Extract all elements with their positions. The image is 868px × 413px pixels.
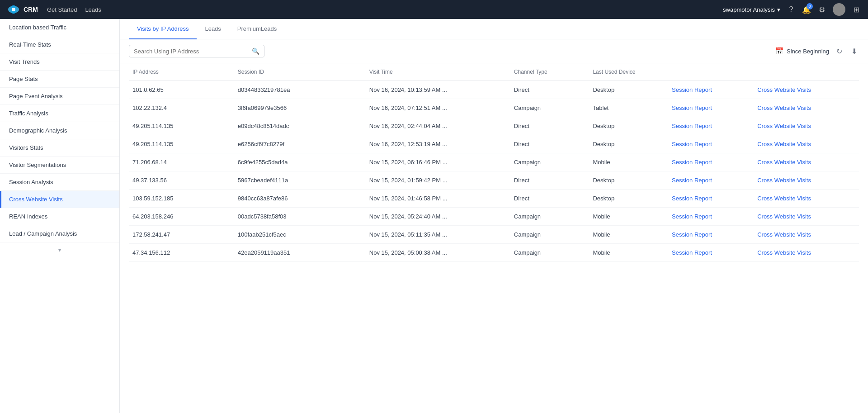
session-report-link[interactable]: Session Report: [672, 231, 712, 238]
sidebar-item-demographic-analysis[interactable]: Demographic Analysis: [0, 122, 119, 139]
session-report-link[interactable]: Session Report: [672, 104, 712, 111]
cell-device: Mobile: [589, 244, 668, 262]
nav-leads[interactable]: Leads: [85, 6, 101, 13]
cell-device: Desktop: [589, 135, 668, 153]
cell-cross-link[interactable]: Cross Website Visits: [754, 208, 859, 226]
cell-session-link[interactable]: Session Report: [668, 226, 754, 244]
refresh-button[interactable]: ↻: [835, 45, 844, 57]
cell-ip: 101.0.62.65: [129, 81, 234, 99]
help-icon[interactable]: ?: [787, 5, 796, 14]
sidebar-item-lead-campaign-analysis[interactable]: Lead / Campaign Analysis: [0, 225, 119, 242]
cell-cross-link[interactable]: Cross Website Visits: [754, 81, 859, 99]
cell-session: 3f6fa069979e3566: [234, 99, 366, 117]
sidebar-item-cross-website-visits[interactable]: Cross Website Visits: [0, 191, 119, 208]
cell-ip: 49.37.133.56: [129, 171, 234, 190]
cross-website-visits-link[interactable]: Cross Website Visits: [757, 86, 811, 93]
sidebar-item-page-stats[interactable]: Page Stats: [0, 71, 119, 88]
chevron-down-icon: ▾: [777, 6, 780, 13]
cell-session: 42ea2059119aa351: [234, 244, 366, 262]
cross-website-visits-link[interactable]: Cross Website Visits: [757, 159, 811, 166]
cell-visit-time: Nov 15, 2024, 05:24:40 AM ...: [366, 208, 510, 226]
sidebar-item-session-analysis[interactable]: Session Analysis: [0, 174, 119, 191]
cell-cross-link[interactable]: Cross Website Visits: [754, 244, 859, 262]
sidebar-item-rean-indexes[interactable]: REAN Indexes: [0, 208, 119, 225]
sidebar-item-page-event-analysis[interactable]: Page Event Analysis: [0, 88, 119, 105]
cell-cross-link[interactable]: Cross Website Visits: [754, 226, 859, 244]
cell-channel: Direct: [510, 81, 590, 99]
cell-visit-time: Nov 15, 2024, 05:11:35 AM ...: [366, 226, 510, 244]
sidebar-item-traffic-analysis[interactable]: Traffic Analysis: [0, 105, 119, 122]
cell-session: 5967cbeadef4111a: [234, 171, 366, 190]
cell-cross-link[interactable]: Cross Website Visits: [754, 117, 859, 135]
session-report-link[interactable]: Session Report: [672, 123, 712, 129]
cell-session-link[interactable]: Session Report: [668, 99, 754, 117]
session-report-link[interactable]: Session Report: [672, 195, 712, 202]
nav-get-started[interactable]: Get Started: [47, 6, 77, 13]
cell-session-link[interactable]: Session Report: [668, 244, 754, 262]
tab-visits-by-ip[interactable]: Visits by IP Address: [129, 19, 197, 39]
session-report-link[interactable]: Session Report: [672, 249, 712, 256]
cross-website-visits-link[interactable]: Cross Website Visits: [757, 195, 811, 202]
tab-leads[interactable]: Leads: [197, 19, 229, 39]
col-header-ip: IP Address: [129, 63, 234, 81]
cell-channel: Campaign: [510, 208, 590, 226]
cross-website-visits-link[interactable]: Cross Website Visits: [757, 123, 811, 129]
col-header-cross: [754, 63, 859, 81]
cell-cross-link[interactable]: Cross Website Visits: [754, 135, 859, 153]
toolbar: 🔍 📅 Since Beginning ↻ ⬇: [120, 39, 868, 63]
nav-left: CRM Get Started Leads: [7, 3, 101, 16]
session-report-link[interactable]: Session Report: [672, 141, 712, 147]
collapse-icon[interactable]: ▾: [58, 247, 61, 253]
cell-session: e6256cf6f7c8279f: [234, 135, 366, 153]
cell-ip: 64.203.158.246: [129, 208, 234, 226]
cell-device: Desktop: [589, 81, 668, 99]
app-title: CRM: [24, 6, 38, 13]
settings-icon[interactable]: ⚙: [817, 5, 826, 14]
sidebar: Location based Traffic Real-Time Stats V…: [0, 19, 120, 413]
col-header-device: Last Used Device: [589, 63, 668, 81]
cell-cross-link[interactable]: Cross Website Visits: [754, 99, 859, 117]
cross-website-visits-link[interactable]: Cross Website Visits: [757, 177, 811, 184]
cross-website-visits-link[interactable]: Cross Website Visits: [757, 141, 811, 147]
cell-device: Mobile: [589, 226, 668, 244]
sidebar-item-visitors-stats[interactable]: Visitors Stats: [0, 139, 119, 157]
cross-website-visits-link[interactable]: Cross Website Visits: [757, 249, 811, 256]
table-row: 102.22.132.4 3f6fa069979e3566 Nov 16, 20…: [129, 99, 859, 117]
grid-icon[interactable]: ⊞: [852, 5, 861, 14]
cross-website-visits-link[interactable]: Cross Website Visits: [757, 104, 811, 111]
cell-session-link[interactable]: Session Report: [668, 153, 754, 171]
cell-session-link[interactable]: Session Report: [668, 208, 754, 226]
cell-session-link[interactable]: Session Report: [668, 81, 754, 99]
cell-session-link[interactable]: Session Report: [668, 117, 754, 135]
cross-website-visits-link[interactable]: Cross Website Visits: [757, 231, 811, 238]
cross-website-visits-link[interactable]: Cross Website Visits: [757, 213, 811, 220]
cell-device: Desktop: [589, 117, 668, 135]
cell-device: Tablet: [589, 99, 668, 117]
cell-session-link[interactable]: Session Report: [668, 135, 754, 153]
toolbar-right: 📅 Since Beginning ↻ ⬇: [775, 45, 859, 57]
cell-cross-link[interactable]: Cross Website Visits: [754, 153, 859, 171]
tab-premium-leads[interactable]: PremiumLeads: [229, 19, 285, 39]
cell-cross-link[interactable]: Cross Website Visits: [754, 171, 859, 190]
cell-cross-link[interactable]: Cross Website Visits: [754, 190, 859, 208]
notifications-icon[interactable]: 🔔 0: [802, 5, 811, 14]
cell-channel: Direct: [510, 135, 590, 153]
session-report-link[interactable]: Session Report: [672, 213, 712, 220]
sidebar-item-visit-trends[interactable]: Visit Trends: [0, 53, 119, 71]
cell-session-link[interactable]: Session Report: [668, 190, 754, 208]
sidebar-item-location-traffic[interactable]: Location based Traffic: [0, 19, 119, 36]
sidebar-item-realtime-stats[interactable]: Real-Time Stats: [0, 36, 119, 53]
session-report-link[interactable]: Session Report: [672, 177, 712, 184]
cell-session-link[interactable]: Session Report: [668, 171, 754, 190]
cell-device: Desktop: [589, 171, 668, 190]
table-row: 49.205.114.135 e6256cf6f7c8279f Nov 16, …: [129, 135, 859, 153]
workspace-selector[interactable]: swapmotor Analysis ▾: [723, 6, 780, 13]
date-filter[interactable]: 📅 Since Beginning: [775, 47, 829, 55]
session-report-link[interactable]: Session Report: [672, 159, 712, 166]
download-button[interactable]: ⬇: [849, 45, 859, 57]
sidebar-item-visitor-segmentations[interactable]: Visitor Segmentations: [0, 157, 119, 174]
session-report-link[interactable]: Session Report: [672, 86, 712, 93]
logo[interactable]: CRM: [7, 3, 38, 16]
avatar[interactable]: [833, 3, 845, 16]
search-input[interactable]: [134, 48, 248, 55]
